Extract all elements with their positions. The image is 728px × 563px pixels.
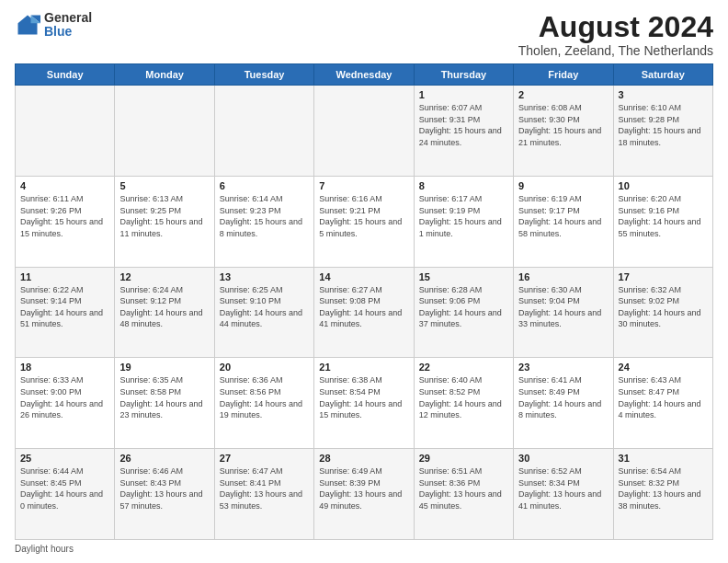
calendar-cell: 22Sunrise: 6:40 AM Sunset: 8:52 PM Dayli… bbox=[414, 358, 513, 449]
day-number: 8 bbox=[419, 180, 508, 191]
calendar-cell: 31Sunrise: 6:54 AM Sunset: 8:32 PM Dayli… bbox=[613, 449, 712, 540]
logo-icon bbox=[15, 12, 40, 38]
calendar-body: 1Sunrise: 6:07 AM Sunset: 9:31 PM Daylig… bbox=[16, 86, 713, 540]
calendar-cell bbox=[314, 86, 414, 177]
col-tuesday: Tuesday bbox=[214, 64, 313, 86]
calendar-cell: 30Sunrise: 6:52 AM Sunset: 8:34 PM Dayli… bbox=[514, 449, 613, 540]
calendar-cell: 7Sunrise: 6:16 AM Sunset: 9:21 PM Daylig… bbox=[314, 176, 414, 267]
calendar-cell: 8Sunrise: 6:17 AM Sunset: 9:19 PM Daylig… bbox=[414, 176, 513, 267]
calendar-cell bbox=[16, 86, 115, 177]
calendar-title: August 2024 bbox=[518, 11, 713, 43]
day-number: 24 bbox=[619, 362, 708, 373]
day-info: Sunrise: 6:17 AM Sunset: 9:19 PM Dayligh… bbox=[419, 193, 508, 239]
title-block: August 2024 Tholen, Zeeland, The Netherl… bbox=[518, 11, 713, 58]
calendar-cell: 10Sunrise: 6:20 AM Sunset: 9:16 PM Dayli… bbox=[613, 176, 712, 267]
day-number: 1 bbox=[419, 89, 508, 100]
day-number: 26 bbox=[119, 453, 209, 464]
calendar-cell: 13Sunrise: 6:25 AM Sunset: 9:10 PM Dayli… bbox=[214, 267, 313, 358]
day-info: Sunrise: 6:24 AM Sunset: 9:12 PM Dayligh… bbox=[119, 284, 209, 330]
calendar-cell: 1Sunrise: 6:07 AM Sunset: 9:31 PM Daylig… bbox=[414, 86, 513, 177]
day-number: 20 bbox=[220, 362, 309, 373]
calendar-cell: 5Sunrise: 6:13 AM Sunset: 9:25 PM Daylig… bbox=[115, 176, 214, 267]
day-info: Sunrise: 6:22 AM Sunset: 9:14 PM Dayligh… bbox=[20, 284, 109, 330]
day-number: 10 bbox=[619, 180, 708, 191]
day-info: Sunrise: 6:41 AM Sunset: 8:49 PM Dayligh… bbox=[518, 374, 608, 420]
day-number: 29 bbox=[419, 453, 508, 464]
day-info: Sunrise: 6:51 AM Sunset: 8:36 PM Dayligh… bbox=[419, 465, 508, 511]
calendar-cell: 3Sunrise: 6:10 AM Sunset: 9:28 PM Daylig… bbox=[613, 86, 712, 177]
logo-blue-text: Blue bbox=[44, 25, 92, 39]
calendar-cell: 16Sunrise: 6:30 AM Sunset: 9:04 PM Dayli… bbox=[514, 267, 613, 358]
calendar-cell bbox=[115, 86, 214, 177]
day-info: Sunrise: 6:30 AM Sunset: 9:04 PM Dayligh… bbox=[518, 284, 608, 330]
day-number: 19 bbox=[119, 362, 209, 373]
logo-general-text: General bbox=[44, 11, 92, 25]
day-info: Sunrise: 6:27 AM Sunset: 9:08 PM Dayligh… bbox=[319, 284, 408, 330]
day-number: 3 bbox=[619, 89, 708, 100]
calendar-cell: 27Sunrise: 6:47 AM Sunset: 8:41 PM Dayli… bbox=[214, 449, 313, 540]
calendar-cell: 4Sunrise: 6:11 AM Sunset: 9:26 PM Daylig… bbox=[16, 176, 115, 267]
calendar-cell: 2Sunrise: 6:08 AM Sunset: 9:30 PM Daylig… bbox=[514, 86, 613, 177]
day-info: Sunrise: 6:52 AM Sunset: 8:34 PM Dayligh… bbox=[518, 465, 608, 511]
calendar-cell: 12Sunrise: 6:24 AM Sunset: 9:12 PM Dayli… bbox=[115, 267, 214, 358]
day-number: 21 bbox=[319, 362, 408, 373]
col-thursday: Thursday bbox=[414, 64, 513, 86]
logo-text: General Blue bbox=[44, 11, 92, 40]
col-monday: Monday bbox=[115, 64, 214, 86]
day-number: 5 bbox=[119, 180, 209, 191]
calendar-week-3: 11Sunrise: 6:22 AM Sunset: 9:14 PM Dayli… bbox=[16, 267, 713, 358]
calendar-week-5: 25Sunrise: 6:44 AM Sunset: 8:45 PM Dayli… bbox=[16, 449, 713, 540]
calendar-week-1: 1Sunrise: 6:07 AM Sunset: 9:31 PM Daylig… bbox=[16, 86, 713, 177]
day-info: Sunrise: 6:33 AM Sunset: 9:00 PM Dayligh… bbox=[20, 374, 109, 420]
day-number: 14 bbox=[319, 271, 408, 282]
calendar-cell bbox=[214, 86, 313, 177]
day-number: 23 bbox=[518, 362, 608, 373]
day-info: Sunrise: 6:43 AM Sunset: 8:47 PM Dayligh… bbox=[619, 374, 708, 420]
day-info: Sunrise: 6:32 AM Sunset: 9:02 PM Dayligh… bbox=[619, 284, 708, 330]
day-number: 6 bbox=[220, 180, 309, 191]
col-wednesday: Wednesday bbox=[314, 64, 414, 86]
calendar-cell: 25Sunrise: 6:44 AM Sunset: 8:45 PM Dayli… bbox=[16, 449, 115, 540]
calendar-week-2: 4Sunrise: 6:11 AM Sunset: 9:26 PM Daylig… bbox=[16, 176, 713, 267]
day-info: Sunrise: 6:19 AM Sunset: 9:17 PM Dayligh… bbox=[518, 193, 608, 239]
day-info: Sunrise: 6:44 AM Sunset: 8:45 PM Dayligh… bbox=[20, 465, 109, 511]
day-info: Sunrise: 6:08 AM Sunset: 9:30 PM Dayligh… bbox=[518, 102, 608, 148]
day-info: Sunrise: 6:54 AM Sunset: 8:32 PM Dayligh… bbox=[619, 465, 708, 511]
page: General Blue August 2024 Tholen, Zeeland… bbox=[0, 0, 728, 563]
logo: General Blue bbox=[15, 11, 92, 40]
day-number: 15 bbox=[419, 271, 508, 282]
day-info: Sunrise: 6:40 AM Sunset: 8:52 PM Dayligh… bbox=[419, 374, 508, 420]
day-number: 9 bbox=[518, 180, 608, 191]
day-info: Sunrise: 6:35 AM Sunset: 8:58 PM Dayligh… bbox=[119, 374, 209, 420]
calendar-cell: 6Sunrise: 6:14 AM Sunset: 9:23 PM Daylig… bbox=[214, 176, 313, 267]
col-saturday: Saturday bbox=[613, 64, 712, 86]
day-info: Sunrise: 6:10 AM Sunset: 9:28 PM Dayligh… bbox=[619, 102, 708, 148]
day-info: Sunrise: 6:49 AM Sunset: 8:39 PM Dayligh… bbox=[319, 465, 408, 511]
day-number: 13 bbox=[220, 271, 309, 282]
day-number: 16 bbox=[518, 271, 608, 282]
calendar-cell: 18Sunrise: 6:33 AM Sunset: 9:00 PM Dayli… bbox=[16, 358, 115, 449]
calendar-cell: 17Sunrise: 6:32 AM Sunset: 9:02 PM Dayli… bbox=[613, 267, 712, 358]
day-info: Sunrise: 6:11 AM Sunset: 9:26 PM Dayligh… bbox=[20, 193, 109, 239]
day-number: 4 bbox=[20, 180, 109, 191]
day-info: Sunrise: 6:28 AM Sunset: 9:06 PM Dayligh… bbox=[419, 284, 508, 330]
col-sunday: Sunday bbox=[16, 64, 115, 86]
day-number: 22 bbox=[419, 362, 508, 373]
calendar-header: Sunday Monday Tuesday Wednesday Thursday… bbox=[16, 64, 713, 86]
calendar-cell: 21Sunrise: 6:38 AM Sunset: 8:54 PM Dayli… bbox=[314, 358, 414, 449]
day-number: 30 bbox=[518, 453, 608, 464]
day-number: 28 bbox=[319, 453, 408, 464]
day-number: 18 bbox=[20, 362, 109, 373]
day-number: 27 bbox=[220, 453, 309, 464]
col-friday: Friday bbox=[514, 64, 613, 86]
calendar-cell: 11Sunrise: 6:22 AM Sunset: 9:14 PM Dayli… bbox=[16, 267, 115, 358]
calendar-cell: 24Sunrise: 6:43 AM Sunset: 8:47 PM Dayli… bbox=[613, 358, 712, 449]
day-info: Sunrise: 6:13 AM Sunset: 9:25 PM Dayligh… bbox=[119, 193, 209, 239]
calendar-cell: 23Sunrise: 6:41 AM Sunset: 8:49 PM Dayli… bbox=[514, 358, 613, 449]
calendar-cell: 9Sunrise: 6:19 AM Sunset: 9:17 PM Daylig… bbox=[514, 176, 613, 267]
calendar-table: Sunday Monday Tuesday Wednesday Thursday… bbox=[15, 63, 713, 540]
day-number: 2 bbox=[518, 89, 608, 100]
day-info: Sunrise: 6:14 AM Sunset: 9:23 PM Dayligh… bbox=[220, 193, 309, 239]
calendar-cell: 19Sunrise: 6:35 AM Sunset: 8:58 PM Dayli… bbox=[115, 358, 214, 449]
header: General Blue August 2024 Tholen, Zeeland… bbox=[15, 11, 713, 58]
